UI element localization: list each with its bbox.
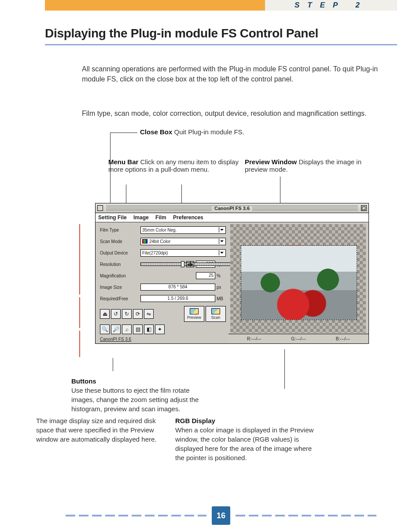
output-device-label: Output Device: [100, 251, 140, 255]
rotate-cw-button[interactable]: ↻: [122, 309, 132, 319]
output-device-value: File(2720dpi): [142, 251, 168, 255]
image-size-label: Image Size: [100, 285, 140, 290]
zoom-box[interactable]: [361, 205, 367, 211]
page-footer: 16: [45, 506, 397, 525]
header-bar: STEP 2: [45, 0, 397, 11]
close-box[interactable]: [97, 205, 103, 211]
auto-button[interactable]: ✦: [155, 324, 165, 334]
callout-buttons-text: Use these buttons to eject the film rota…: [71, 387, 199, 413]
preview-canvas[interactable]: [230, 224, 366, 333]
film-type-select[interactable]: 35mm Color Neg.: [140, 226, 226, 234]
image-size-value: 876 * 584: [140, 284, 215, 291]
callout-preview-title: Preview Window: [245, 158, 297, 166]
resolution-stepper[interactable]: ◀▶: [186, 261, 194, 267]
magnification-value[interactable]: 25: [196, 272, 215, 279]
callout-close-title: Close Box: [140, 128, 172, 136]
callout-buttons: Buttons Use these buttons to eject the f…: [71, 376, 203, 413]
required-free-unit: MB: [215, 296, 226, 301]
chevron-down-icon: [219, 227, 224, 232]
required-free-value: 1.5 / 269.6: [140, 295, 215, 302]
preview-pane: R:---/--- G:---/--- B:---/---: [228, 222, 368, 343]
preview-button-label: Preview: [187, 315, 201, 320]
zoom-out-button[interactable]: 🔎: [111, 324, 121, 334]
callout-preview-window: Preview Window Displays the image in pre…: [245, 158, 368, 173]
window-title: CanonPI FS 3.6: [212, 206, 252, 211]
zoom-reset-button[interactable]: ⌕: [122, 324, 132, 334]
rotate-180-button[interactable]: ⟳: [133, 309, 143, 319]
callout-close-text: Quit Plug-in module FS.: [174, 128, 244, 136]
callout-menu-title: Menu Bar: [108, 158, 138, 166]
header-accent: [45, 0, 265, 11]
color-swatch-icon: [142, 239, 147, 243]
footer-rule-right: [236, 515, 376, 516]
histogram-button[interactable]: ▧: [133, 324, 143, 334]
zoom-in-button[interactable]: 🔍: [100, 324, 110, 334]
chevron-down-icon: [219, 239, 224, 244]
callout-rgb-text: When a color image is displayed in the P…: [175, 426, 313, 461]
resolution-slider[interactable]: ◀▶: [140, 262, 194, 267]
flip-button[interactable]: ⇋: [144, 309, 154, 319]
rgb-b: B:---/---: [336, 336, 350, 341]
settings-pane: Film Type 35mm Color Neg. Scan Mode 24bi…: [96, 222, 228, 343]
page-number: 16: [212, 506, 230, 525]
scan-button-label: Scan: [211, 315, 221, 320]
film-type-value: 35mm Color Neg.: [142, 228, 177, 232]
rgb-readout: R:---/--- G:---/--- B:---/---: [228, 334, 368, 343]
image-size-unit: px: [215, 285, 226, 290]
rgb-r: R:---/---: [247, 336, 262, 341]
magnification-unit: %: [215, 273, 226, 278]
chevron-down-icon: [219, 250, 224, 255]
preview-icon: [190, 308, 199, 314]
menu-image[interactable]: Image: [133, 214, 149, 221]
preview-button[interactable]: Preview: [184, 306, 204, 322]
callout-rgb-title: RGB Display: [175, 416, 321, 425]
menu-bar: Setting File Image Film Preferences: [96, 213, 368, 222]
scan-button[interactable]: Scan: [206, 306, 226, 322]
rgb-g: G:---/---: [291, 336, 306, 341]
callout-close-box: Close Box Quit Plug-in module FS.: [140, 128, 250, 136]
required-free-label: Required/Free: [100, 296, 140, 301]
diagram: Close Box Quit Plug-in module FS. Menu B…: [82, 128, 397, 370]
magnification-label: Magnification: [100, 273, 140, 278]
scan-mode-label: Scan Mode: [100, 239, 140, 244]
output-device-select[interactable]: File(2720dpi): [140, 249, 226, 257]
callout-rgb-display: RGB Display When a color image is displa…: [175, 416, 321, 462]
resolution-label: Resolution: [100, 262, 140, 267]
film-type-label: Film Type: [100, 228, 140, 232]
scan-mode-select[interactable]: 24bit Color: [140, 238, 226, 245]
titlebar: CanonPI FS 3.6: [96, 203, 368, 213]
footer-rule-left: [66, 515, 206, 516]
scan-mode-value: 24bit Color: [149, 239, 170, 244]
status-line: CanonPI FS 3.6: [100, 337, 226, 342]
rotate-ccw-button[interactable]: ↺: [111, 309, 121, 319]
page-title: Displaying the Plug-in module FS Control…: [45, 26, 397, 41]
callout-menu-bar: Menu Bar Click on any menu item to displ…: [108, 158, 245, 173]
preview-image: [241, 245, 357, 320]
menu-preferences[interactable]: Preferences: [173, 214, 203, 221]
intro-text: All scanning operations are performed wi…: [82, 64, 397, 84]
title-rule: [45, 44, 397, 45]
eject-button[interactable]: ⏏: [100, 309, 110, 319]
menu-setting-file[interactable]: Setting File: [98, 214, 127, 221]
settings-caption: Film type, scan mode, color correction, …: [82, 110, 397, 118]
control-panel-window: CanonPI FS 3.6 Setting File Image Film P…: [95, 203, 369, 344]
callout-buttons-title: Buttons: [71, 376, 203, 386]
color-adjust-button[interactable]: ◧: [144, 324, 154, 334]
menu-film[interactable]: Film: [155, 214, 166, 221]
step-label: STEP 2: [265, 0, 397, 11]
scan-icon: [211, 308, 220, 314]
callout-size-note: The image display size and required disk…: [36, 416, 159, 462]
